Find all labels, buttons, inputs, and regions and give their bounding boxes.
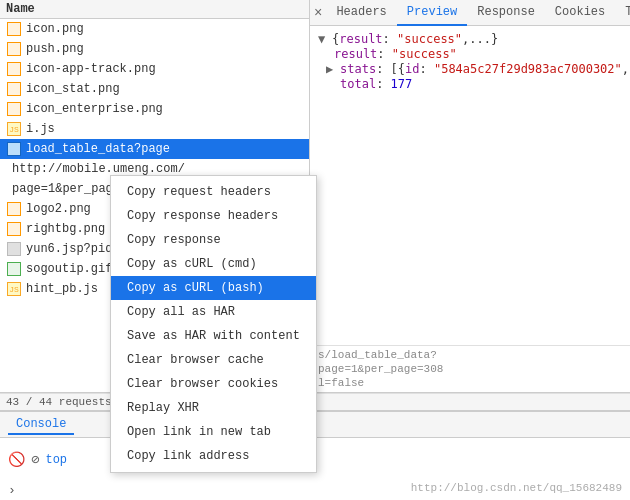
- url-icon: [7, 242, 21, 256]
- file-type-icon: [6, 61, 22, 77]
- png-icon: [7, 42, 21, 56]
- close-button[interactable]: ×: [314, 5, 322, 21]
- block-icon[interactable]: 🚫: [8, 451, 25, 468]
- file-name: sogoutip.gif: [26, 262, 112, 276]
- file-type-icon: [6, 241, 22, 257]
- list-item[interactable]: icon.png: [0, 19, 309, 39]
- file-name: logo2.png: [26, 202, 91, 216]
- list-item-selected[interactable]: load_table_data?page: [0, 139, 309, 159]
- xhr-icon: [7, 142, 21, 156]
- list-item[interactable]: icon_stat.png: [0, 79, 309, 99]
- file-type-icon: [6, 41, 22, 57]
- file-type-icon: JS: [6, 281, 22, 297]
- png-icon: [7, 82, 21, 96]
- preview-line-1: ▼ { result : "success" ,...}: [318, 32, 622, 46]
- file-list-header: Name: [0, 0, 309, 19]
- preview-line-3: ▶ stats : [{ id : "584a5c27f29d983ac7000…: [318, 62, 622, 76]
- context-menu-clear-cookies[interactable]: Clear browser cookies: [111, 372, 316, 396]
- tab-response[interactable]: Response: [467, 0, 545, 26]
- file-name: icon.png: [26, 22, 84, 36]
- png-icon: [7, 62, 21, 76]
- context-menu-save-har[interactable]: Save as HAR with content: [111, 324, 316, 348]
- filter-icon[interactable]: ⊘: [31, 451, 39, 468]
- file-url: http://mobile.umeng.com/: [12, 162, 185, 176]
- png-icon: [7, 202, 21, 216]
- tab-preview[interactable]: Preview: [397, 0, 467, 26]
- tab-cookies[interactable]: Cookies: [545, 0, 615, 26]
- file-type-icon: [6, 21, 22, 37]
- gif-icon: [7, 262, 21, 276]
- tab-headers[interactable]: Headers: [326, 0, 396, 26]
- requests-count: 43 / 44 requests: [6, 396, 112, 408]
- context-menu-open-new-tab[interactable]: Open link in new tab: [111, 420, 316, 444]
- png-icon: [7, 22, 21, 36]
- file-name: i.js: [26, 122, 55, 136]
- tab-console[interactable]: Console: [8, 415, 74, 435]
- context-menu-replay-xhr[interactable]: Replay XHR: [111, 396, 316, 420]
- file-name: icon-app-track.png: [26, 62, 156, 76]
- list-item[interactable]: JS i.js: [0, 119, 309, 139]
- context-menu-clear-cache[interactable]: Clear browser cache: [111, 348, 316, 372]
- context-menu-copy-link[interactable]: Copy link address: [111, 444, 316, 468]
- preview-line-2: result : "success": [318, 47, 622, 61]
- context-menu-copy-response[interactable]: Copy response: [111, 228, 316, 252]
- url-line-3: l=false: [314, 376, 626, 390]
- file-type-icon: [6, 81, 22, 97]
- js-icon: JS: [7, 282, 21, 296]
- file-type-icon: [6, 201, 22, 217]
- file-name: push.png: [26, 42, 84, 56]
- devtools-window: Name icon.png push.png icon-app-track.pn…: [0, 0, 630, 500]
- url-info: s/load_table_data? page=1&per_page=308 l…: [310, 345, 630, 392]
- context-menu-copy-response-headers[interactable]: Copy response headers: [111, 204, 316, 228]
- context-menu-copy-curl-cmd[interactable]: Copy as cURL (cmd): [111, 252, 316, 276]
- file-name: load_table_data?page: [26, 142, 170, 156]
- list-item[interactable]: push.png: [0, 39, 309, 59]
- expand-arrow[interactable]: ▼: [318, 32, 332, 46]
- file-name: icon_stat.png: [26, 82, 120, 96]
- url-line-1: s/load_table_data?: [314, 348, 626, 362]
- filter-top-label[interactable]: top: [45, 453, 67, 467]
- name-column-header: Name: [6, 2, 35, 16]
- watermark: http://blog.csdn.net/qq_15682489: [411, 482, 622, 494]
- right-pane: × Headers Preview Response Cookies Timin…: [310, 0, 630, 392]
- preview-content: ▼ { result : "success" ,...} result : "s…: [310, 26, 630, 345]
- context-menu-copy-har[interactable]: Copy all as HAR: [111, 300, 316, 324]
- file-name: icon_enterprise.png: [26, 102, 163, 116]
- file-type-icon: [6, 101, 22, 117]
- prompt-arrow-icon: ›: [8, 483, 16, 498]
- context-menu-copy-request-headers[interactable]: Copy request headers: [111, 180, 316, 204]
- context-menu: Copy request headers Copy response heade…: [110, 175, 317, 473]
- expand-arrow-stats[interactable]: ▶: [326, 62, 340, 76]
- png-icon: [7, 222, 21, 236]
- file-name: hint_pb.js: [26, 282, 98, 296]
- file-name: rightbg.png: [26, 222, 105, 236]
- url-line-2: page=1&per_page=308: [314, 362, 626, 376]
- preview-line-4: total : 177: [318, 77, 622, 91]
- context-menu-copy-curl-bash[interactable]: Copy as cURL (bash): [111, 276, 316, 300]
- list-item[interactable]: icon_enterprise.png: [0, 99, 309, 119]
- tab-timing[interactable]: Timing: [615, 0, 630, 26]
- list-item[interactable]: icon-app-track.png: [0, 59, 309, 79]
- file-type-icon: [6, 261, 22, 277]
- file-type-icon: [6, 141, 22, 157]
- tabs-bar: × Headers Preview Response Cookies Timin…: [310, 0, 630, 26]
- png-icon: [7, 102, 21, 116]
- js-icon: JS: [7, 122, 21, 136]
- file-type-icon: [6, 221, 22, 237]
- file-type-icon: JS: [6, 121, 22, 137]
